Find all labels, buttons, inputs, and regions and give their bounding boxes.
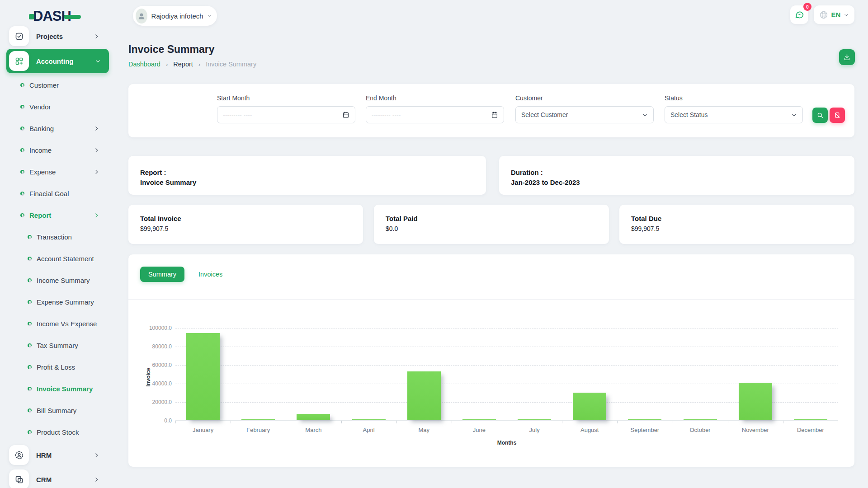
y-axis-tick-label: 40000.0 <box>132 380 172 387</box>
sidebar-item-expense[interactable]: Expense <box>8 161 108 183</box>
x-axis-tick <box>783 421 783 423</box>
bar-november <box>739 383 772 420</box>
status-label: Status <box>665 94 803 102</box>
sidebar-item-vendor[interactable]: Vendor <box>8 96 108 117</box>
y-axis-tick-label: 80000.0 <box>132 343 172 350</box>
x-axis-tick <box>396 421 397 423</box>
bullet-icon <box>28 300 32 304</box>
chevron-down-icon <box>844 12 849 18</box>
bar-february <box>241 419 275 420</box>
messages-button[interactable]: 0 <box>790 5 808 24</box>
breadcrumb-invoice-summary: Invoice Summary <box>206 61 256 68</box>
page-title: Invoice Summary <box>128 43 214 56</box>
tab-invoices[interactable]: Invoices <box>190 267 231 282</box>
breadcrumb-separator: › <box>198 61 200 68</box>
bar-slot-july <box>507 328 562 420</box>
stat-value: $99,907.5 <box>140 225 351 232</box>
globe-icon <box>819 10 828 19</box>
y-axis-tick-label: 100000.0 <box>132 325 172 331</box>
end-month-label: End Month <box>366 94 504 102</box>
sidebar-item-transaction[interactable]: Transaction <box>8 226 108 248</box>
start-month-input[interactable]: --------- ---- <box>217 106 355 123</box>
sidebar-item-label: Vendor <box>29 103 51 111</box>
customer-group: Customer Select Customer <box>515 94 654 123</box>
status-select-value: Select Status <box>670 111 708 118</box>
person-icon <box>137 11 146 20</box>
report-label: Report : <box>140 168 474 178</box>
chevron-right-icon <box>94 477 99 483</box>
chevron-down-icon <box>642 112 648 118</box>
x-axis-tick <box>673 421 673 423</box>
bullet-icon <box>20 213 24 217</box>
sidebar-item-hrm[interactable]: HRM <box>8 443 108 467</box>
x-axis-label-february: February <box>231 427 286 433</box>
sidebar-item-income-vs-expense[interactable]: Income Vs Expense <box>8 313 108 334</box>
customer-select[interactable]: Select Customer <box>515 106 654 123</box>
notification-badge: 0 <box>803 3 811 11</box>
sidebar-item-invoice-summary[interactable]: Invoice Summary <box>8 378 108 399</box>
language-selector[interactable]: EN <box>814 5 854 24</box>
breadcrumb-report[interactable]: Report <box>173 61 193 68</box>
sidebar-item-customer[interactable]: Customer <box>8 74 108 96</box>
bullet-icon <box>20 127 24 131</box>
breadcrumb-dashboard[interactable]: Dashboard <box>128 61 160 68</box>
sidebar-item-income-summary[interactable]: Income Summary <box>8 269 108 291</box>
status-select[interactable]: Select Status <box>665 106 803 123</box>
sidebar: ProjectsAccountingCustomerVendorBankingI… <box>0 0 115 488</box>
sidebar-item-label: Product Stock <box>37 428 79 436</box>
sidebar-item-label: Income Summary <box>37 277 90 284</box>
chevron-right-icon <box>94 33 99 39</box>
bullet-icon <box>28 278 32 282</box>
sidebar-item-label: Report <box>29 211 51 219</box>
projects-icon <box>9 26 29 46</box>
crm-icon <box>9 469 29 488</box>
sidebar-item-label: Expense Summary <box>37 298 94 306</box>
tab-summary[interactable]: Summary <box>140 267 184 282</box>
x-axis-label-september: September <box>617 427 672 433</box>
sidebar-item-label: HRM <box>36 451 52 459</box>
x-axis-label-june: June <box>452 427 507 433</box>
sidebar-item-expense-summary[interactable]: Expense Summary <box>8 291 108 313</box>
x-axis-tick <box>231 421 231 423</box>
x-axis-label-december: December <box>783 427 838 433</box>
sidebar-item-finacial-goal[interactable]: Finacial Goal <box>8 183 108 204</box>
bullet-icon <box>28 343 32 347</box>
bar-october <box>684 419 717 420</box>
bar-slot-june <box>452 328 507 420</box>
x-axis-tick <box>175 421 176 423</box>
report-value: Invoice Summary <box>140 178 474 188</box>
company-name: Rajodiya infotech <box>151 12 203 20</box>
sidebar-item-product-stock[interactable]: Product Stock <box>8 421 108 443</box>
chevron-right-icon <box>94 212 99 218</box>
sidebar-item-account-statement[interactable]: Account Statement <box>8 248 108 269</box>
sidebar-item-projects[interactable]: Projects <box>8 24 108 48</box>
sidebar-item-label: Customer <box>29 81 59 89</box>
bar-may <box>407 371 441 420</box>
sidebar-item-banking[interactable]: Banking <box>8 117 108 139</box>
sidebar-item-crm[interactable]: CRM <box>8 467 108 488</box>
reset-filter-button[interactable] <box>830 108 845 123</box>
sidebar-item-label: Accounting <box>36 57 74 65</box>
search-icon <box>816 112 824 119</box>
bar-slot-december <box>783 328 838 420</box>
sidebar-item-income[interactable]: Income <box>8 139 108 161</box>
sidebar-item-tax-summary[interactable]: Tax Summary <box>8 334 108 356</box>
bullet-icon <box>28 235 32 239</box>
sidebar-item-bill-summary[interactable]: Bill Summary <box>8 399 108 421</box>
bar-slot-september <box>617 328 672 420</box>
sidebar-item-report[interactable]: Report <box>8 204 108 226</box>
bullet-icon <box>20 170 24 174</box>
breadcrumb-separator: › <box>166 61 168 68</box>
language-label: EN <box>831 11 841 19</box>
breadcrumb: Dashboard›Report›Invoice Summary <box>128 61 256 68</box>
download-button[interactable] <box>839 49 855 65</box>
sidebar-item-label: Bill Summary <box>37 407 76 414</box>
x-axis-label-march: March <box>286 427 341 433</box>
company-selector[interactable]: Rajodiya infotech <box>133 6 217 26</box>
end-month-input[interactable]: --------- ---- <box>366 106 504 123</box>
sidebar-item-profit-loss[interactable]: Profit & Loss <box>8 356 108 378</box>
stat-label: Total Paid <box>386 215 597 222</box>
sidebar-item-accounting[interactable]: Accounting <box>6 49 109 73</box>
search-button[interactable] <box>812 108 828 123</box>
invoice-bar-chart <box>175 328 838 421</box>
